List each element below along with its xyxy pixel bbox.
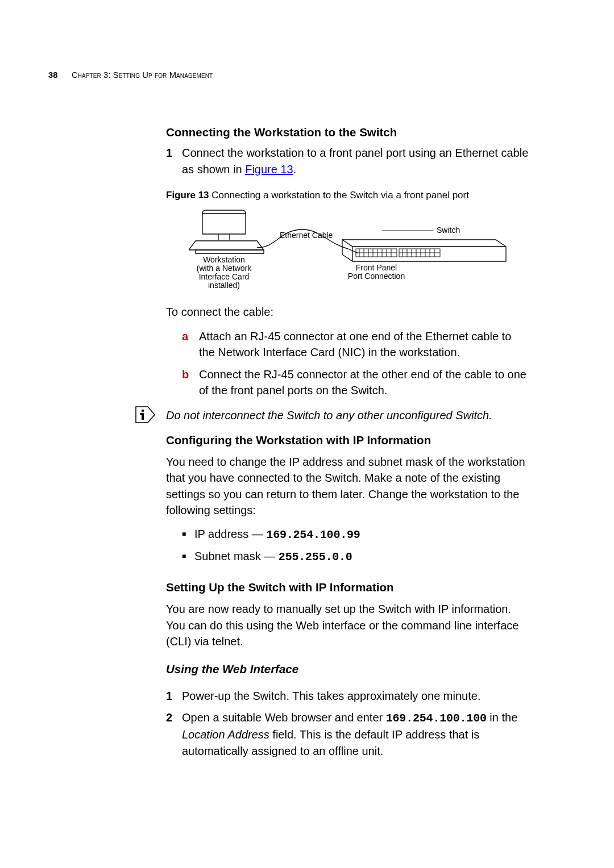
- text-run: Subnet mask —: [194, 550, 279, 562]
- heading-connecting: Connecting the Workstation to the Switch: [166, 124, 529, 140]
- step-letter: a: [182, 328, 199, 361]
- heading-setting-up-ip: Setting Up the Switch with IP Informatio…: [166, 579, 529, 595]
- svg-marker-21: [136, 407, 155, 423]
- step-text: Attach an RJ-45 connector at one end of …: [199, 328, 529, 361]
- bullet-icon: ■: [182, 548, 194, 565]
- list-item: 1 Power-up the Switch. This takes approx…: [166, 688, 529, 704]
- page-number: 38: [48, 70, 58, 80]
- label-switch: Switch: [437, 226, 460, 235]
- list-item: 1 Connect the workstation to a front pan…: [166, 145, 529, 177]
- step-text: Connect the workstation to a front panel…: [182, 145, 529, 177]
- page: 38 Chapter 3: Setting Up for Management …: [0, 0, 614, 868]
- label-front-panel-l1: Front Panel: [356, 263, 397, 272]
- list-item: a Attach an RJ-45 connector at one end o…: [182, 328, 529, 361]
- figure-caption-text: Connecting a workstation to the Switch v…: [209, 190, 469, 201]
- bullet-text: IP address — 169.254.100.99: [194, 526, 529, 543]
- bullet-icon: ■: [182, 526, 194, 543]
- step-text: Connect the RJ-45 connector at the other…: [199, 366, 529, 399]
- text-run: in the: [487, 711, 517, 724]
- label-workstation-l3: Interface Card: [199, 272, 250, 281]
- paragraph: You are now ready to manually set up the…: [166, 601, 529, 649]
- step-text: Open a suitable Web browser and enter 16…: [182, 710, 529, 759]
- body-column: Connecting the Workstation to the Switch…: [166, 124, 529, 765]
- step-number: 1: [166, 145, 182, 177]
- heading-using-web-interface: Using the Web Interface: [166, 661, 529, 677]
- subnet-mask-value: 255.255.0.0: [279, 550, 352, 564]
- text-run: .: [293, 163, 297, 176]
- step-number: 2: [166, 710, 182, 759]
- note-text: Do not interconnect the Switch to any ot…: [166, 409, 492, 422]
- paragraph: To connect the cable:: [166, 304, 529, 320]
- running-header: 38 Chapter 3: Setting Up for Management: [48, 69, 213, 81]
- text-run: Open a suitable Web browser and enter: [182, 711, 386, 724]
- step-letter: b: [182, 366, 199, 399]
- text-run: IP address —: [194, 528, 266, 540]
- step-text: Power-up the Switch. This takes approxim…: [182, 688, 529, 704]
- heading-configuring-ip: Configuring the Workstation with IP Info…: [166, 432, 529, 448]
- bullet-text: Subnet mask — 255.255.0.0: [194, 548, 529, 565]
- paragraph: You need to change the IP address and su…: [166, 454, 529, 519]
- figure-caption: Figure 13 Connecting a workstation to th…: [166, 189, 529, 202]
- figure-diagram: Ethernet Cable Switch: [189, 207, 529, 296]
- chapter-title: Chapter 3: Setting Up for Management: [72, 70, 213, 80]
- list-item: ■ IP address — 169.254.100.99: [182, 526, 529, 543]
- label-workstation-l1: Workstation: [203, 255, 245, 264]
- label-workstation-l4: installed): [208, 281, 240, 290]
- ip-address-value: 169.254.100.99: [266, 528, 360, 541]
- svg-rect-24: [140, 413, 144, 415]
- step-number: 1: [166, 688, 182, 704]
- list-item: 2 Open a suitable Web browser and enter …: [166, 710, 529, 759]
- connection-diagram-svg: Ethernet Cable Switch: [189, 207, 507, 292]
- label-workstation-l2: (with a Network: [197, 264, 252, 273]
- ip-address-value: 169.254.100.100: [386, 712, 487, 725]
- figure-link[interactable]: Figure 13: [245, 163, 293, 176]
- label-front-panel-l2: Port Connection: [348, 272, 405, 281]
- figure-label: Figure 13: [166, 190, 209, 201]
- label-ethernet-cable: Ethernet Cable: [280, 231, 333, 240]
- list-item: b Connect the RJ-45 connector at the oth…: [182, 366, 529, 399]
- field-name: Location Address: [182, 728, 269, 741]
- info-note: Do not interconnect the Switch to any ot…: [166, 407, 529, 423]
- info-icon: [135, 406, 156, 423]
- svg-point-22: [142, 410, 144, 412]
- text-run: Connect the workstation to a front panel…: [182, 147, 528, 175]
- list-item: ■ Subnet mask — 255.255.0.0: [182, 548, 529, 565]
